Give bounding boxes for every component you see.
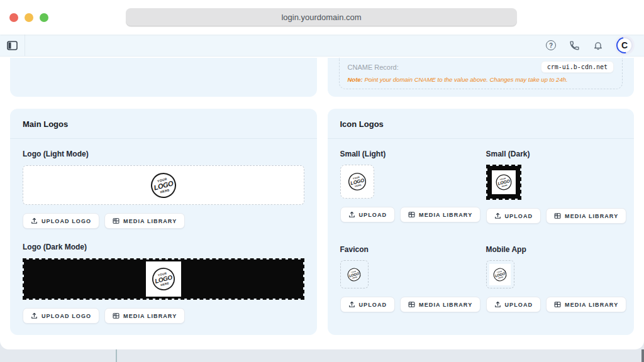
address-bar[interactable]: login.yourdomain.com — [126, 8, 517, 26]
icon-logos-title: Icon Logos — [328, 109, 635, 139]
upload-favicon-label: UPLOAD — [359, 302, 387, 308]
maximize-button[interactable] — [40, 13, 48, 22]
favicon-drop-zone[interactable]: YOUR LOGO HERE — [340, 260, 369, 288]
sidebar-toggle-button[interactable] — [0, 35, 25, 56]
media-library-favicon-label: MEDIA LIBRARY — [419, 302, 472, 308]
browser-chrome: login.yourdomain.com — [0, 0, 644, 35]
media-library-mobile-app-button[interactable]: MEDIA LIBRARY — [546, 297, 626, 312]
upload-logo-light-label: UPLOAD LOGO — [42, 218, 91, 224]
upload-favicon-button[interactable]: UPLOAD — [340, 297, 396, 312]
your-logo-here-placeholder: YOUR LOGO HERE — [148, 170, 179, 200]
cname-record-label: CNAME Record: — [348, 63, 399, 71]
mobile-app-drop-zone[interactable]: YOUR LOGO HERE — [486, 260, 514, 288]
upload-logo-dark-button[interactable]: UPLOAD LOGO — [23, 308, 99, 324]
media-library-light-button[interactable]: MEDIA LIBRARY — [104, 213, 185, 229]
upload-icon — [494, 301, 501, 308]
cname-card: CNAME Record: crm-ui.b-cdn.net Note: Poi… — [328, 58, 635, 97]
media-library-dark-label: MEDIA LIBRARY — [123, 313, 177, 319]
cname-section: CNAME Record: crm-ui.b-cdn.net Note: Poi… — [339, 58, 623, 89]
upload-icon — [31, 312, 38, 319]
logo-dark-preview: YOUR LOGO HERE — [146, 261, 181, 297]
media-library-icon — [113, 312, 119, 319]
upload-small-dark-button[interactable]: UPLOAD — [486, 208, 541, 224]
close-button[interactable] — [9, 13, 18, 22]
traffic-lights — [9, 13, 48, 22]
favicon-label: Favicon — [340, 245, 486, 254]
your-logo-here-placeholder: YOUR LOGO HERE — [346, 266, 362, 282]
mobile-app-section: Mobile App YOUR LOGO HERE — [486, 245, 627, 312]
media-library-favicon-button[interactable]: MEDIA LIBRARY — [400, 297, 480, 312]
small-light-drop-zone[interactable]: YOUR LOGO HERE — [340, 165, 374, 199]
browser-window: login.yourdomain.com ? — [0, 0, 644, 349]
account-avatar[interactable]: C — [616, 37, 633, 53]
media-library-icon — [554, 212, 561, 219]
mobile-app-preview: YOUR LOGO HERE — [489, 264, 511, 285]
upload-small-dark-label: UPLOAD — [505, 213, 533, 219]
media-library-icon — [408, 301, 415, 308]
small-dark-preview: YOUR LOGO HERE — [492, 170, 516, 194]
app-toolbar: ? C — [0, 35, 644, 57]
upload-small-light-label: UPLOAD — [359, 212, 387, 218]
address-bar-url: login.yourdomain.com — [281, 13, 361, 22]
small-light-section: Small (Light) YOUR LOGO HERE — [340, 150, 486, 224]
desktop-strip — [0, 349, 644, 362]
icon-logos-card: Icon Logos Small (Light) YOUR LOGO HERE — [328, 109, 635, 335]
page-content: CNAME Record: crm-ui.b-cdn.net Note: Poi… — [0, 57, 644, 335]
small-dark-label: Small (Dark) — [486, 150, 627, 158]
strip-handle — [641, 349, 644, 362]
mobile-app-label: Mobile App — [486, 245, 627, 254]
custom-domain-card — [10, 58, 317, 97]
cname-record-value[interactable]: crm-ui.b-cdn.net — [541, 61, 614, 73]
upload-logo-light-button[interactable]: UPLOAD LOGO — [23, 213, 99, 229]
upload-mobile-app-button[interactable]: UPLOAD — [486, 297, 541, 312]
small-dark-drop-zone[interactable]: YOUR LOGO HERE — [486, 165, 521, 200]
help-icon: ? — [546, 40, 556, 50]
upload-icon — [31, 217, 38, 224]
upload-icon — [348, 211, 355, 218]
phone-button[interactable] — [569, 40, 580, 51]
your-logo-here-placeholder: YOUR LOGO HERE — [347, 171, 368, 192]
your-logo-here-placeholder: YOUR LOGO HERE — [494, 173, 513, 192]
sidebar-toggle-icon — [7, 41, 18, 50]
phone-icon — [569, 40, 580, 51]
favicon-section: Favicon YOUR LOGO HERE — [340, 245, 486, 312]
media-library-small-dark-label: MEDIA LIBRARY — [565, 213, 618, 219]
media-library-icon — [408, 211, 415, 218]
minimize-button[interactable] — [25, 13, 33, 22]
media-library-light-label: MEDIA LIBRARY — [123, 218, 177, 224]
help-button[interactable]: ? — [546, 40, 556, 50]
upload-small-light-button[interactable]: UPLOAD — [340, 207, 396, 222]
logo-light-drop-zone[interactable]: YOUR LOGO HERE — [23, 165, 304, 205]
media-library-icon — [554, 301, 561, 308]
notifications-button[interactable] — [593, 40, 603, 51]
your-logo-here-placeholder: YOUR LOGO HERE — [150, 265, 177, 293]
your-logo-here-placeholder: YOUR LOGO HERE — [492, 266, 508, 282]
main-logos-card: Main Logos Logo (Light Mode) YOUR LOGO H… — [10, 109, 317, 335]
small-light-label: Small (Light) — [340, 150, 486, 158]
logo-dark-drop-zone[interactable]: YOUR LOGO HERE — [23, 258, 304, 300]
upload-mobile-app-label: UPLOAD — [505, 302, 533, 308]
cname-note-text: Point your domain CNAME to the value abo… — [364, 76, 567, 83]
upload-icon — [494, 212, 501, 219]
cname-note: Note: Point your domain CNAME to the val… — [348, 76, 614, 83]
media-library-small-light-button[interactable]: MEDIA LIBRARY — [400, 207, 480, 222]
media-library-small-dark-button[interactable]: MEDIA LIBRARY — [546, 208, 626, 224]
media-library-dark-button[interactable]: MEDIA LIBRARY — [104, 308, 185, 324]
strip-divider — [116, 349, 117, 362]
avatar-letter: C — [621, 40, 628, 50]
media-library-small-light-label: MEDIA LIBRARY — [419, 212, 472, 218]
media-library-mobile-app-label: MEDIA LIBRARY — [565, 302, 618, 308]
small-dark-section: Small (Dark) YOUR LOGO HERE — [486, 150, 627, 224]
cname-note-prefix: Note: — [348, 76, 363, 83]
media-library-icon — [113, 217, 119, 224]
logo-dark-label: Logo (Dark Mode) — [23, 243, 304, 251]
logo-light-label: Logo (Light Mode) — [23, 150, 304, 158]
bell-icon — [593, 40, 603, 51]
upload-icon — [348, 301, 355, 308]
upload-logo-dark-label: UPLOAD LOGO — [42, 313, 91, 319]
main-logos-title: Main Logos — [10, 109, 317, 139]
